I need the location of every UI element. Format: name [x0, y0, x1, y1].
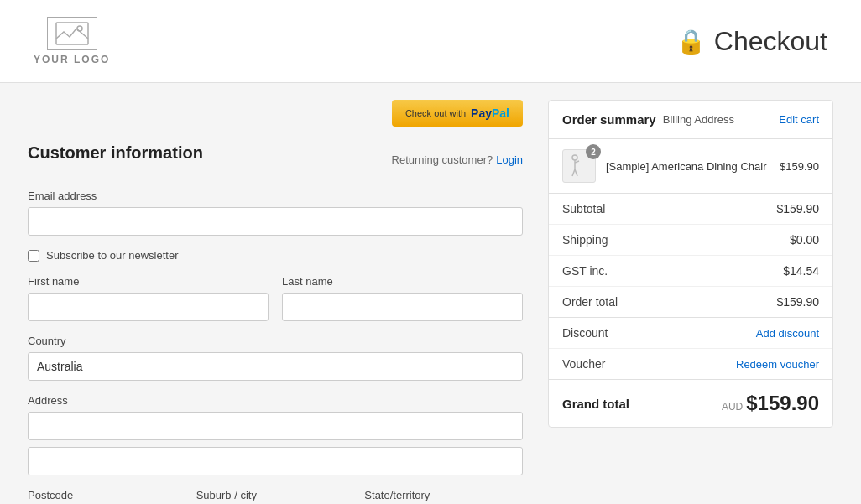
- shipping-row: Shipping $0.00: [549, 225, 832, 256]
- newsletter-label: Subscribe to our newsletter: [46, 249, 179, 262]
- postcode-group: Postcode: [28, 489, 186, 504]
- login-link[interactable]: Login: [496, 153, 523, 166]
- state-label: State/territory: [364, 489, 523, 501]
- paypal-check-out-text: Check out with: [405, 108, 466, 118]
- summary-rows: Subtotal $159.90 Shipping $0.00 GST inc.…: [549, 194, 832, 318]
- address-label: Address: [28, 394, 523, 407]
- grand-total-amount: $159.90: [746, 392, 819, 415]
- edit-cart-link[interactable]: Edit cart: [779, 113, 819, 126]
- subtotal-value: $159.90: [776, 202, 819, 216]
- redeem-voucher-link[interactable]: Redeem voucher: [736, 358, 819, 371]
- checkout-label: Checkout: [714, 26, 827, 57]
- last-name-group: Last name: [282, 275, 523, 321]
- order-summary-title: Order summary: [562, 112, 656, 127]
- svg-line-5: [572, 169, 575, 176]
- gst-label: GST inc.: [562, 264, 608, 278]
- main-content: Check out with PayPal Customer informati…: [11, 83, 850, 504]
- checkout-title: 🔒 Checkout: [676, 26, 827, 57]
- address-form-group: Address: [28, 394, 523, 475]
- paypal-button[interactable]: Check out with PayPal: [392, 100, 523, 127]
- right-column: Order summary Billing Address Edit cart: [548, 100, 833, 504]
- order-total-label: Order total: [562, 295, 618, 309]
- newsletter-group: Subscribe to our newsletter: [28, 249, 523, 262]
- subtotal-row: Subtotal $159.90: [549, 194, 832, 225]
- name-row: First name Last name: [28, 275, 523, 335]
- subtotal-label: Subtotal: [562, 202, 605, 216]
- order-summary-card: Order summary Billing Address Edit cart: [548, 100, 833, 428]
- country-label: Country: [28, 335, 523, 347]
- gst-value: $14.54: [783, 264, 819, 278]
- gst-row: GST inc. $14.54: [549, 256, 832, 287]
- order-summary-header: Order summary Billing Address Edit cart: [549, 101, 832, 139]
- order-total-value: $159.90: [776, 295, 819, 309]
- product-name: [Sample] Americana Dining Chair: [606, 160, 770, 173]
- first-name-label: First name: [28, 275, 269, 288]
- postcode-label: Postcode: [28, 489, 186, 501]
- product-badge: 2: [586, 144, 601, 159]
- discount-row: Discount Add discount: [549, 318, 832, 349]
- lock-icon: 🔒: [676, 28, 706, 55]
- product-image-wrapper: 2: [562, 149, 596, 183]
- logo-image: [47, 17, 97, 50]
- voucher-label: Voucher: [562, 357, 605, 371]
- grand-total-value: AUD $159.90: [722, 392, 819, 415]
- postcode-row: Postcode Suburb / city State/territory: [28, 489, 523, 504]
- first-name-group: First name: [28, 275, 269, 321]
- email-label: Email address: [28, 190, 523, 202]
- returning-text: Returning customer?: [392, 153, 493, 166]
- add-discount-link[interactable]: Add discount: [756, 327, 819, 340]
- shipping-label: Shipping: [562, 233, 608, 247]
- billing-address-label: Billing Address: [663, 113, 734, 126]
- returning-customer-area: Returning customer? Login: [392, 153, 523, 166]
- shipping-value: $0.00: [790, 233, 819, 247]
- grand-total-label: Grand total: [562, 397, 629, 411]
- svg-line-6: [575, 169, 577, 176]
- logo-text: YOUR LOGO: [34, 54, 110, 65]
- grand-total-currency: AUD: [722, 401, 743, 413]
- suburb-group: Suburb / city: [196, 489, 355, 504]
- logo-area: YOUR LOGO: [34, 17, 110, 65]
- address-line1-input[interactable]: [28, 412, 523, 440]
- product-price: $159.90: [780, 160, 819, 173]
- country-input[interactable]: [28, 352, 523, 381]
- svg-point-1: [77, 26, 82, 31]
- address-line2-input[interactable]: [28, 447, 523, 475]
- customer-info-header: Customer information Returning customer?…: [28, 143, 523, 176]
- country-form-group: Country: [28, 335, 523, 381]
- page-header: YOUR LOGO 🔒 Checkout: [0, 0, 861, 83]
- suburb-label: Suburb / city: [196, 489, 355, 501]
- newsletter-checkbox[interactable]: [28, 250, 39, 262]
- email-form-group: Email address: [28, 190, 523, 236]
- paypal-section: Check out with PayPal: [28, 100, 523, 127]
- first-name-input[interactable]: [28, 293, 269, 321]
- left-column: Check out with PayPal Customer informati…: [28, 100, 523, 504]
- discount-label: Discount: [562, 326, 608, 340]
- paypal-logo: PayPal: [471, 107, 509, 120]
- state-group: State/territory: [364, 489, 523, 504]
- last-name-input[interactable]: [282, 293, 523, 321]
- order-summary-title-group: Order summary Billing Address: [562, 112, 734, 127]
- voucher-row: Voucher Redeem voucher: [549, 349, 832, 380]
- product-row: 2 [Sample] Americana Dining Chair $159.9…: [549, 139, 832, 194]
- svg-point-2: [572, 155, 577, 160]
- last-name-label: Last name: [282, 275, 523, 288]
- order-total-row: Order total $159.90: [549, 287, 832, 317]
- customer-info-title: Customer information: [28, 143, 203, 163]
- grand-total-row: Grand total AUD $159.90: [549, 380, 832, 427]
- email-input[interactable]: [28, 207, 523, 236]
